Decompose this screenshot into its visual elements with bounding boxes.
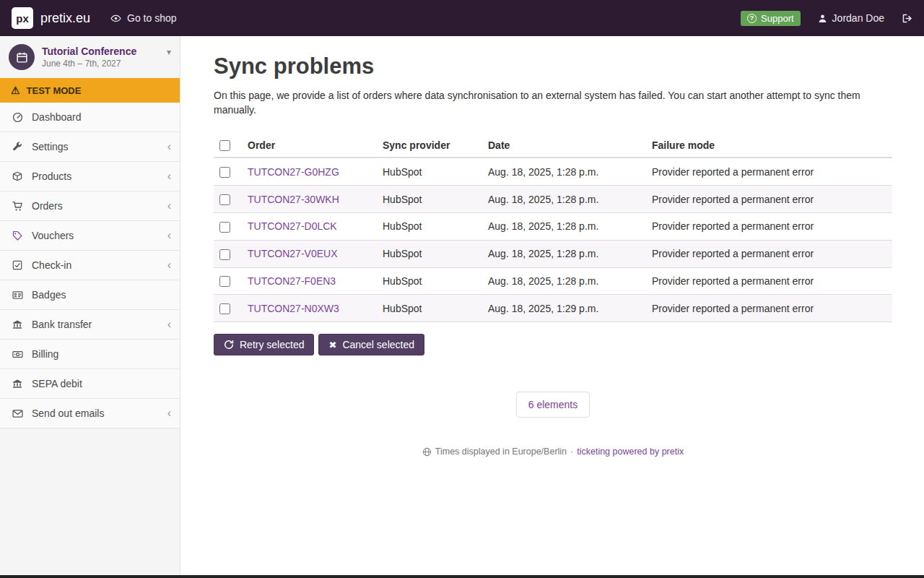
- eye-icon: [109, 13, 122, 24]
- sidebar-item-checkin[interactable]: Check-in ‹: [0, 251, 180, 280]
- envelope-icon: [11, 408, 24, 419]
- sync-provider-cell: HubSpot: [377, 240, 482, 267]
- sidebar-item-send-out-emails[interactable]: Send out emails ‹: [0, 399, 180, 428]
- failure-mode-cell: Provider reported a permanent error: [646, 212, 892, 240]
- sync-provider-cell: HubSpot: [377, 267, 482, 295]
- id-card-icon: [11, 290, 24, 301]
- bottom-edge-bar: [0, 575, 924, 578]
- sync-provider-cell: HubSpot: [377, 212, 482, 240]
- table-row: TUTCON27-F0EN3 HubSpot Aug. 18, 2025, 1:…: [214, 267, 892, 295]
- sync-provider-cell: HubSpot: [377, 158, 482, 185]
- top-navbar: px pretix.eu Go to shop ? Support Jordan…: [0, 0, 924, 36]
- element-count: 6 elements: [516, 392, 590, 418]
- page-title: Sync problems: [214, 53, 892, 79]
- brand-text: pretix.eu: [40, 11, 90, 26]
- column-header-order: Order: [242, 134, 377, 158]
- failure-mode-cell: Provider reported a permanent error: [646, 186, 892, 213]
- test-mode-banner[interactable]: ⚠ TEST MODE: [0, 78, 180, 103]
- sidebar-item-vouchers[interactable]: Vouchers ‹: [0, 221, 180, 251]
- check-square-icon: [11, 260, 24, 270]
- order-link[interactable]: TUTCON27-30WKH: [248, 194, 339, 205]
- refresh-icon: [224, 340, 234, 350]
- date-cell: Aug. 18, 2025, 1:28 p.m.: [482, 186, 646, 213]
- go-to-shop-link[interactable]: Go to shop: [109, 12, 177, 24]
- money-icon: [11, 349, 24, 360]
- chevron-left-icon: ‹: [167, 200, 171, 212]
- support-button[interactable]: ? Support: [741, 11, 801, 26]
- row-checkbox[interactable]: [219, 222, 230, 233]
- table-row: TUTCON27-G0HZG HubSpot Aug. 18, 2025, 1:…: [214, 158, 892, 185]
- caret-down-icon: ▾: [167, 47, 171, 57]
- gauge-icon: [11, 112, 24, 123]
- powered-by-pretix-link[interactable]: ticketing powered by pretix: [577, 447, 684, 457]
- table-row: TUTCON27-N0XW3 HubSpot Aug. 18, 2025, 1:…: [214, 295, 892, 322]
- chevron-left-icon: ‹: [167, 259, 171, 271]
- event-selector[interactable]: Tutorial Conference June 4th – 7th, 2027…: [0, 36, 180, 78]
- sidebar-item-dashboard[interactable]: Dashboard: [0, 103, 180, 132]
- bank-icon: [11, 379, 24, 389]
- cube-icon: [11, 171, 24, 181]
- sync-problems-table: Order Sync provider Date Failure mode TU…: [214, 134, 892, 323]
- row-checkbox[interactable]: [219, 194, 230, 205]
- page-footer: Times displayed in Europe/Berlin · ticke…: [214, 447, 892, 457]
- sidebar-nav: Dashboard Settings ‹ Products ‹ Orders ‹…: [0, 103, 180, 428]
- logout-button[interactable]: [902, 13, 912, 24]
- failure-mode-cell: Provider reported a permanent error: [646, 158, 892, 185]
- bank-icon: [11, 319, 24, 329]
- question-circle-icon: ?: [747, 14, 757, 23]
- chevron-left-icon: ‹: [167, 141, 171, 152]
- order-link[interactable]: TUTCON27-N0XW3: [248, 303, 339, 314]
- user-menu[interactable]: Jordan Doe: [818, 12, 884, 24]
- failure-mode-cell: Provider reported a permanent error: [646, 267, 892, 295]
- sidebar-item-billing[interactable]: Billing: [0, 340, 180, 369]
- cart-icon: [11, 201, 24, 212]
- page-description: On this page, we provide a list of order…: [214, 88, 892, 118]
- retry-selected-button[interactable]: Retry selected: [214, 334, 314, 355]
- date-cell: Aug. 18, 2025, 1:29 p.m.: [482, 295, 646, 322]
- event-dates: June 4th – 7th, 2027: [42, 59, 136, 69]
- failure-mode-cell: Provider reported a permanent error: [646, 240, 892, 267]
- table-row: TUTCON27-D0LCK HubSpot Aug. 18, 2025, 1:…: [214, 212, 892, 240]
- sidebar-item-orders[interactable]: Orders ‹: [0, 191, 180, 221]
- sync-provider-cell: HubSpot: [377, 186, 482, 213]
- pretix-logo: px: [12, 7, 33, 29]
- order-link[interactable]: TUTCON27-D0LCK: [248, 220, 337, 232]
- sidebar-item-products[interactable]: Products ‹: [0, 162, 180, 191]
- select-all-checkbox[interactable]: [219, 140, 230, 151]
- order-link[interactable]: TUTCON27-G0HZG: [248, 166, 339, 178]
- date-cell: Aug. 18, 2025, 1:28 p.m.: [482, 158, 646, 185]
- row-checkbox[interactable]: [219, 303, 230, 314]
- row-checkbox[interactable]: [219, 249, 230, 260]
- table-row: TUTCON27-30WKH HubSpot Aug. 18, 2025, 1:…: [214, 186, 892, 213]
- globe-icon: [422, 447, 432, 457]
- x-icon: ✖: [328, 340, 336, 350]
- pretix-brand-link[interactable]: px pretix.eu: [12, 7, 90, 29]
- wrench-icon: [11, 142, 24, 152]
- calendar-icon: [9, 44, 35, 70]
- timezone-note: Times displayed in Europe/Berlin: [435, 447, 567, 457]
- warning-icon: ⚠: [11, 85, 20, 96]
- sidebar-item-bank-transfer[interactable]: Bank transfer ‹: [0, 310, 180, 340]
- sign-out-icon: [902, 13, 912, 24]
- chevron-left-icon: ‹: [167, 319, 171, 330]
- chevron-left-icon: ‹: [167, 230, 171, 241]
- cancel-selected-button[interactable]: ✖ Cancel selected: [318, 334, 424, 355]
- row-checkbox[interactable]: [219, 167, 230, 178]
- main-content: Sync problems On this page, we provide a…: [180, 36, 924, 578]
- date-cell: Aug. 18, 2025, 1:28 p.m.: [482, 212, 646, 240]
- failure-mode-cell: Provider reported a permanent error: [646, 295, 892, 322]
- column-header-date: Date: [482, 134, 646, 158]
- date-cell: Aug. 18, 2025, 1:28 p.m.: [482, 240, 646, 267]
- order-link[interactable]: TUTCON27-V0EUX: [248, 248, 337, 259]
- column-header-failure-mode: Failure mode: [646, 134, 892, 158]
- sync-provider-cell: HubSpot: [377, 295, 482, 322]
- column-header-sync-provider: Sync provider: [377, 134, 482, 158]
- sidebar-item-badges[interactable]: Badges: [0, 280, 180, 310]
- user-icon: [818, 14, 827, 23]
- sidebar-item-settings[interactable]: Settings ‹: [0, 132, 180, 162]
- row-checkbox[interactable]: [219, 276, 230, 287]
- order-link[interactable]: TUTCON27-F0EN3: [248, 275, 336, 287]
- event-name: Tutorial Conference: [42, 46, 136, 57]
- sidebar-item-sepa-debit[interactable]: SEPA debit: [0, 369, 180, 399]
- chevron-left-icon: ‹: [167, 171, 171, 182]
